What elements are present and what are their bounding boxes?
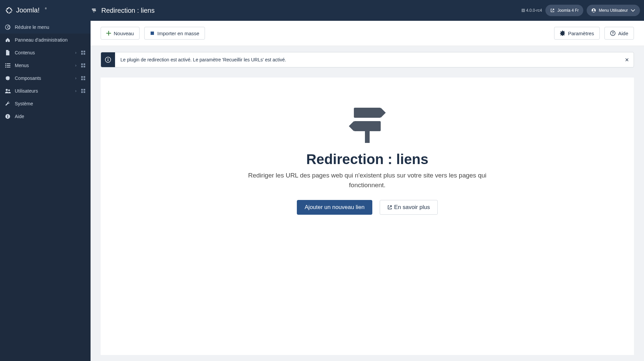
sidebar-toggle[interactable]: Réduire le menu bbox=[0, 21, 91, 34]
svg-point-12 bbox=[5, 63, 6, 64]
settings-label: Paramètres bbox=[568, 31, 594, 36]
sidebar-item-label: Panneau d'administration bbox=[15, 37, 86, 43]
joomla-logo: Joomla! ® bbox=[4, 5, 53, 15]
help-label: Aide bbox=[618, 31, 628, 36]
logo-area[interactable]: Joomla! ® bbox=[0, 0, 91, 21]
chevron-right-icon: › bbox=[75, 63, 76, 68]
add-link-label: Ajouter un nouveau lien bbox=[305, 204, 365, 211]
page-body: Le plugin de redirection est activé. Le … bbox=[91, 46, 644, 361]
sidebar-item-menus[interactable]: Menus › bbox=[0, 59, 91, 72]
svg-rect-18 bbox=[81, 63, 83, 65]
new-button[interactable]: Nouveau bbox=[101, 27, 140, 40]
chevron-right-icon: › bbox=[75, 50, 76, 55]
page-title-area: Redirection : liens bbox=[91, 7, 155, 14]
sidebar-item-components[interactable]: Composants › bbox=[0, 72, 91, 85]
list-icon bbox=[5, 63, 10, 68]
learn-more-button[interactable]: En savoir plus bbox=[380, 200, 438, 215]
sidebar-item-help[interactable]: Aide bbox=[0, 110, 91, 123]
version-text: 4.0.0-rc4 bbox=[526, 8, 542, 13]
svg-rect-41 bbox=[354, 108, 381, 118]
external-link-icon bbox=[550, 8, 555, 13]
new-label: Nouveau bbox=[114, 31, 134, 36]
file-icon bbox=[5, 50, 10, 55]
user-menu-button[interactable]: Menu Utilisateur bbox=[587, 5, 640, 16]
empty-actions: Ajouter un nouveau lien En savoir plus bbox=[297, 200, 437, 215]
toolbar: Nouveau Importer en masse bbox=[91, 21, 644, 46]
svg-rect-31 bbox=[84, 91, 85, 93]
dashboard-quick-icon[interactable] bbox=[80, 88, 86, 94]
sidebar-item-label: Aide bbox=[15, 114, 86, 119]
joomla-wordmark-icon: Joomla! ® bbox=[16, 7, 53, 14]
sidebar-item-users[interactable]: Utilisateurs › bbox=[0, 85, 91, 97]
info-circle-icon bbox=[105, 57, 111, 63]
sidebar-item-label: Menus bbox=[15, 63, 71, 68]
joomla-icon bbox=[4, 5, 14, 15]
site-link-button[interactable]: Joomla 4 Fr bbox=[545, 5, 583, 16]
main: Réduire le menu Panneau d'administration… bbox=[0, 21, 644, 361]
plus-icon bbox=[106, 31, 111, 36]
info-icon bbox=[5, 114, 10, 119]
svg-point-5 bbox=[593, 9, 594, 10]
svg-rect-20 bbox=[81, 66, 83, 67]
topbar: Joomla! ® Redirection : liens 4.0.0-rc4 … bbox=[0, 0, 644, 21]
svg-point-39 bbox=[108, 58, 108, 59]
dashboard-quick-icon[interactable] bbox=[80, 63, 86, 68]
sidebar-toggle-label: Réduire le menu bbox=[15, 24, 49, 30]
topbar-right: 4.0.0-rc4 Joomla 4 Fr Menu Utilisateur bbox=[522, 5, 644, 16]
svg-rect-29 bbox=[84, 89, 85, 91]
svg-rect-10 bbox=[81, 53, 83, 55]
toolbar-left: Nouveau Importer en masse bbox=[101, 27, 205, 40]
svg-rect-13 bbox=[7, 63, 10, 64]
dashboard-quick-icon[interactable] bbox=[80, 75, 86, 81]
svg-point-7 bbox=[8, 26, 10, 29]
redirect-icon bbox=[91, 7, 97, 13]
svg-text:Joomla!: Joomla! bbox=[16, 7, 40, 14]
info-text: Le plugin de redirection est activé. Le … bbox=[115, 52, 620, 67]
user-menu-label: Menu Utilisateur bbox=[599, 8, 628, 13]
svg-marker-44 bbox=[349, 121, 354, 131]
sidebar-item-system[interactable]: Système bbox=[0, 97, 91, 110]
svg-rect-40 bbox=[108, 59, 108, 61]
add-link-button[interactable]: Ajouter un nouveau lien bbox=[297, 200, 372, 215]
svg-rect-45 bbox=[365, 131, 370, 143]
info-icon-box bbox=[101, 52, 115, 67]
empty-title: Redirection : liens bbox=[306, 151, 428, 167]
version-icon bbox=[522, 9, 525, 12]
import-button[interactable]: Importer en masse bbox=[144, 27, 205, 40]
svg-point-27 bbox=[8, 90, 10, 91]
dashboard-quick-icon[interactable] bbox=[80, 50, 86, 55]
svg-rect-25 bbox=[84, 79, 85, 80]
sidebar-item-content[interactable]: Contenus › bbox=[0, 46, 91, 59]
settings-button[interactable]: Paramètres bbox=[554, 27, 600, 40]
svg-text:?: ? bbox=[612, 32, 614, 35]
svg-marker-42 bbox=[381, 108, 386, 118]
learn-more-label: En savoir plus bbox=[394, 204, 430, 211]
sidebar-item-label: Contenus bbox=[15, 50, 71, 55]
close-info-button[interactable]: × bbox=[620, 52, 634, 67]
svg-rect-24 bbox=[81, 79, 83, 80]
user-icon bbox=[591, 8, 596, 13]
page-title: Redirection : liens bbox=[101, 7, 155, 14]
puzzle-icon bbox=[5, 75, 10, 81]
svg-point-33 bbox=[7, 115, 8, 116]
svg-rect-28 bbox=[81, 89, 83, 91]
svg-rect-9 bbox=[84, 51, 85, 52]
users-icon bbox=[5, 89, 11, 93]
toggle-icon bbox=[5, 24, 11, 30]
version-badge[interactable]: 4.0.0-rc4 bbox=[522, 8, 542, 13]
chevron-down-icon bbox=[631, 8, 635, 13]
help-button[interactable]: ? Aide bbox=[604, 27, 634, 40]
import-label: Importer en masse bbox=[157, 31, 199, 36]
toolbar-right: Paramètres ? Aide bbox=[554, 27, 634, 40]
sidebar-item-dashboard[interactable]: Panneau d'administration bbox=[0, 34, 91, 46]
svg-rect-15 bbox=[7, 65, 10, 66]
external-link-icon bbox=[387, 205, 392, 210]
svg-rect-2 bbox=[522, 9, 525, 12]
sidebar-item-label: Système bbox=[15, 101, 86, 106]
svg-rect-19 bbox=[84, 63, 85, 65]
svg-rect-35 bbox=[151, 32, 154, 35]
content: Nouveau Importer en masse bbox=[91, 21, 644, 361]
gear-icon bbox=[560, 31, 565, 36]
sidebar: Réduire le menu Panneau d'administration… bbox=[0, 21, 91, 361]
sidebar-item-label: Utilisateurs bbox=[15, 88, 71, 94]
